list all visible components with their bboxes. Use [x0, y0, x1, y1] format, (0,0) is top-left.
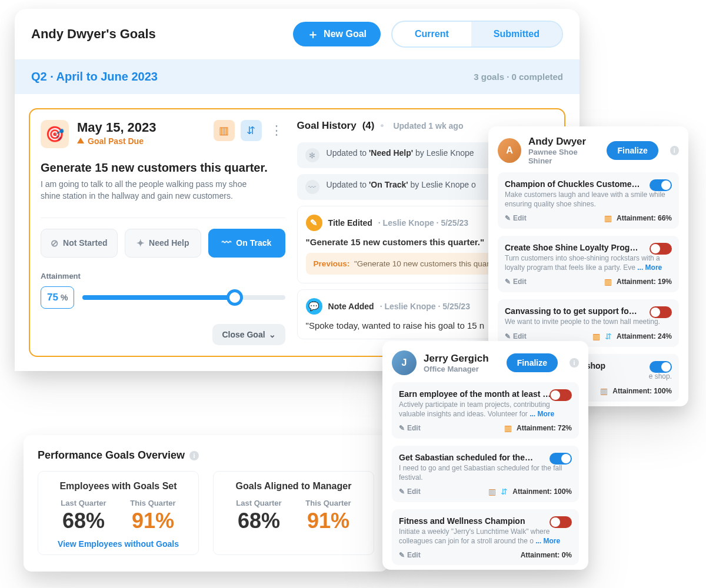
goal-kebab-menu[interactable]: ⋮: [268, 123, 285, 138]
goal-status-tabs: Current Submitted: [391, 21, 563, 48]
overview-grid: Employees with Goals Set Last Quarter 68…: [38, 471, 374, 555]
slider-thumb[interactable]: [227, 289, 243, 306]
info-icon[interactable]: i: [189, 451, 199, 460]
goal-toggle[interactable]: [650, 361, 672, 373]
tab-current[interactable]: Current: [392, 22, 471, 46]
not-started-icon: ⊘: [51, 238, 58, 249]
edit-label: Edit: [513, 278, 527, 286]
edit-button[interactable]: ✎Edit: [399, 424, 421, 432]
dot-icon: •: [380, 120, 384, 132]
status-not-started[interactable]: ⊘ Not Started: [41, 229, 118, 258]
edit-label: Edit: [513, 214, 527, 222]
finalize-button[interactable]: Finalize: [507, 353, 558, 372]
goal-item-desc-text: Initiate a weekly "Jerry's Lunchtime Wal…: [399, 527, 550, 545]
pencil-icon: ✎: [399, 487, 405, 496]
goal-item-title: Get Sabastian scheduled for the Harves…: [399, 453, 534, 462]
goal-item-desc: We want to invite people to the town hal…: [505, 318, 672, 327]
finalize-button[interactable]: Finalize: [607, 141, 658, 160]
goal-item-footer: ✎Edit ▥ Attainment: 72%: [399, 423, 572, 433]
person-id: Jerry Gergich Office Manager: [424, 353, 489, 373]
goal-left: 🎯 May 15, 2023 Goal Past Due ▥ ⇵ ⋮: [41, 120, 285, 345]
goal-item-desc: Make customers laugh and leave with a sm…: [505, 191, 672, 209]
report-icon[interactable]: ▥: [504, 423, 512, 433]
status-need-help[interactable]: ✦ Need Help: [125, 229, 202, 258]
history-count: (4): [362, 120, 375, 132]
person-head: J Jerry Gergich Office Manager Finalize …: [392, 350, 579, 375]
attainment-label: Attainment: [41, 272, 285, 280]
chevron-down-icon: ⌄: [269, 330, 276, 339]
goal-item: Create Shoe Shine Loyalty Program Turn c…: [498, 236, 679, 292]
overview-cell-employees: Employees with Goals Set Last Quarter 68…: [38, 471, 199, 555]
attainment-input[interactable]: 75 %: [41, 286, 74, 309]
goal-toggle[interactable]: [650, 306, 672, 318]
goal-toggle[interactable]: [550, 389, 572, 401]
goal-item: Earn employee of the month at least once…: [392, 382, 579, 439]
history-note-meta: · Leslie Knope · 5/25/23: [380, 302, 470, 311]
goal-head: 🎯 May 15, 2023 Goal Past Due ▥ ⇵ ⋮: [41, 120, 285, 148]
note-chip-icon: 💬: [306, 298, 322, 315]
more-link[interactable]: ... More: [530, 410, 554, 418]
goal-toggle[interactable]: [550, 453, 572, 465]
edit-button[interactable]: ✎Edit: [399, 551, 421, 559]
edit-button[interactable]: ✎Edit: [505, 332, 527, 340]
status-on-track[interactable]: 〰 On Track: [208, 229, 285, 258]
edit-label: Edit: [407, 487, 421, 496]
ov-num: 91%: [118, 509, 188, 533]
pencil-icon: ✎: [399, 551, 405, 559]
target-icon: 🎯: [41, 120, 69, 148]
goal-report-button[interactable]: ▥: [214, 120, 235, 141]
period-label: Q2 · April to June 2023: [31, 70, 158, 83]
pencil-icon: ✎: [505, 278, 511, 286]
edit-button[interactable]: ✎Edit: [399, 487, 421, 496]
info-icon[interactable]: i: [570, 358, 579, 368]
goal-item: Champion of Chuckles Customer Satisfa… M…: [498, 172, 679, 229]
history-state: 'Need Help': [369, 148, 413, 158]
report-icon[interactable]: ▥: [488, 487, 496, 496]
avatar: J: [392, 350, 417, 375]
new-goal-button[interactable]: ＋ New Goal: [293, 22, 381, 46]
status-need-help-label: Need Help: [149, 238, 189, 248]
goal-item-title: Canvassing to to get support for upcomi…: [505, 306, 640, 316]
report-icon[interactable]: ▥: [604, 213, 612, 223]
goal-toggle[interactable]: [550, 516, 572, 528]
goal-item: Canvassing to to get support for upcomi……: [498, 299, 679, 347]
edit-button[interactable]: ✎Edit: [505, 214, 527, 222]
attainment-text: Attainment: 0%: [521, 551, 572, 559]
tab-submitted[interactable]: Submitted: [471, 22, 562, 46]
goal-item-footer: ✎Edit Attainment: 0%: [399, 551, 572, 559]
ov-sub: Last Quarter: [49, 499, 118, 507]
report-icon[interactable]: ▥: [604, 277, 612, 286]
attainment-row: 75 %: [41, 286, 285, 309]
view-employees-link[interactable]: View Employees without Goals: [49, 539, 188, 549]
goal-item-desc: I need to go and get Sabastian scheduled…: [399, 464, 572, 482]
goal-toggle[interactable]: [650, 243, 672, 255]
goal-item-footer: ✎Edit ▥ ⇵ Attainment: 24%: [505, 332, 672, 341]
ov-cell-title: Employees with Goals Set: [49, 481, 188, 492]
history-bullet-icon: 〰: [305, 180, 319, 194]
ov-last: Last Quarter 68%: [224, 499, 294, 533]
pencil-icon: ✎: [505, 214, 511, 222]
history-by: by Leslie Knope o: [410, 180, 475, 189]
people-icon[interactable]: ⇵: [605, 332, 612, 341]
info-icon[interactable]: i: [670, 146, 679, 155]
goal-item-footer: ✎Edit ▥ Attainment: 66%: [505, 213, 672, 223]
edit-button[interactable]: ✎Edit: [505, 278, 527, 286]
goal-card: 🎯 May 15, 2023 Goal Past Due ▥ ⇵ ⋮: [29, 108, 565, 357]
more-link[interactable]: ... More: [637, 263, 662, 272]
person-role: Office Manager: [424, 365, 489, 373]
report-icon[interactable]: ▥: [592, 332, 600, 341]
close-goal-button[interactable]: Close Goal ⌄: [212, 324, 285, 345]
attainment-slider[interactable]: [82, 290, 285, 305]
report-icon[interactable]: ▥: [600, 386, 608, 396]
goal-toggle[interactable]: [650, 179, 672, 191]
ov-sub: This Quarter: [294, 499, 363, 507]
more-link[interactable]: ... More: [535, 537, 560, 545]
overview-card: Performance Goals Overview i Employees w…: [24, 435, 388, 572]
goal-item-title: Fitness and Wellness Champion: [399, 516, 534, 526]
previous-text: "Generate 10 new customers this quarte: [354, 259, 496, 268]
status-row: ⊘ Not Started ✦ Need Help 〰 On Track: [41, 229, 285, 258]
history-updated: Updated 1 wk ago: [393, 121, 463, 131]
goal-item-desc-text: Actively participate in team projects, c…: [399, 400, 550, 418]
goal-share-button[interactable]: ⇵: [241, 120, 262, 141]
people-icon[interactable]: ⇵: [501, 487, 508, 496]
